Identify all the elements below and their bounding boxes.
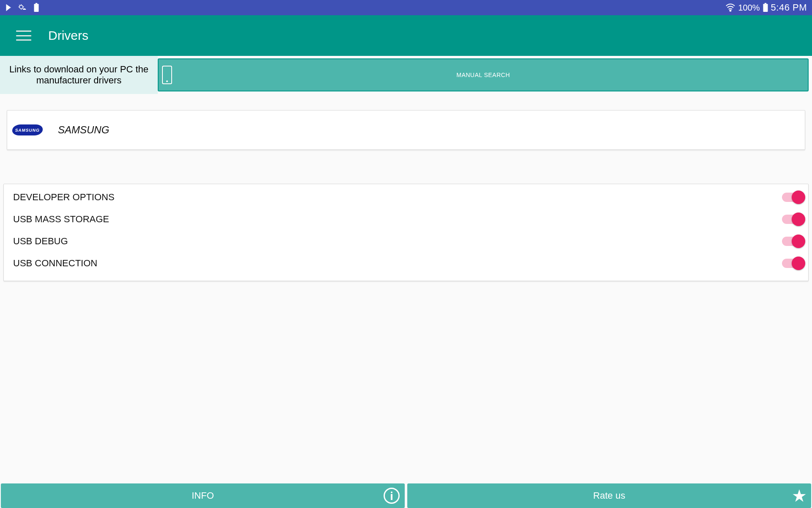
setting-label: USB DEBUG bbox=[13, 236, 68, 247]
wifi-icon bbox=[725, 3, 735, 12]
setting-developer-options: DEVELOPER OPTIONS bbox=[13, 192, 804, 203]
svg-rect-5 bbox=[764, 3, 766, 4]
subheader: Links to download on your PC the manufac… bbox=[0, 56, 812, 94]
setting-label: DEVELOPER OPTIONS bbox=[13, 192, 115, 203]
setting-label: USB CONNECTION bbox=[13, 258, 97, 269]
toggle-usb-connection[interactable] bbox=[782, 259, 804, 268]
page-title: Drivers bbox=[48, 28, 88, 43]
manual-search-label: MANUAL SEARCH bbox=[456, 72, 510, 78]
manual-search-button[interactable]: MANUAL SEARCH bbox=[158, 58, 809, 91]
battery-status-icon bbox=[33, 3, 40, 12]
samsung-logo-icon: SAMSUNG bbox=[11, 124, 44, 135]
svg-rect-2 bbox=[36, 3, 37, 4]
rate-us-button[interactable]: Rate us ★ bbox=[407, 483, 811, 508]
svg-rect-1 bbox=[34, 4, 39, 12]
menu-button[interactable] bbox=[16, 30, 31, 41]
vendor-item-samsung[interactable]: SAMSUNG SAMSUNG bbox=[7, 110, 805, 150]
setting-usb-connection: USB CONNECTION bbox=[13, 258, 804, 269]
status-icons-left bbox=[5, 3, 40, 12]
app-bar: Drivers bbox=[0, 15, 812, 56]
rate-us-label: Rate us bbox=[593, 490, 625, 501]
play-store-icon bbox=[5, 3, 14, 12]
bottom-bar: INFO Rate us ★ bbox=[1, 483, 811, 508]
setting-usb-debug: USB DEBUG bbox=[13, 236, 804, 247]
status-icons-right: 100% 5:46 PM bbox=[725, 2, 807, 13]
clock: 5:46 PM bbox=[771, 2, 807, 13]
battery-full-icon bbox=[763, 3, 768, 12]
setting-label: USB MASS STORAGE bbox=[13, 214, 109, 225]
setting-usb-mass-storage: USB MASS STORAGE bbox=[13, 214, 804, 225]
weather-icon bbox=[18, 3, 29, 12]
download-description: Links to download on your PC the manufac… bbox=[0, 56, 158, 94]
toggle-usb-mass-storage[interactable] bbox=[782, 215, 804, 224]
battery-percentage: 100% bbox=[738, 3, 760, 13]
info-label: INFO bbox=[192, 490, 214, 501]
settings-card: DEVELOPER OPTIONS USB MASS STORAGE USB D… bbox=[3, 184, 809, 281]
vendor-name: SAMSUNG bbox=[58, 124, 109, 136]
toggle-usb-debug[interactable] bbox=[782, 237, 804, 246]
info-icon bbox=[384, 488, 400, 504]
svg-point-3 bbox=[730, 10, 731, 11]
status-bar: 100% 5:46 PM bbox=[0, 0, 812, 15]
toggle-developer-options[interactable] bbox=[782, 193, 804, 202]
svg-point-0 bbox=[19, 5, 23, 8]
info-button[interactable]: INFO bbox=[1, 483, 405, 508]
phone-icon bbox=[162, 66, 172, 84]
svg-rect-4 bbox=[763, 4, 768, 12]
star-icon: ★ bbox=[792, 487, 807, 504]
